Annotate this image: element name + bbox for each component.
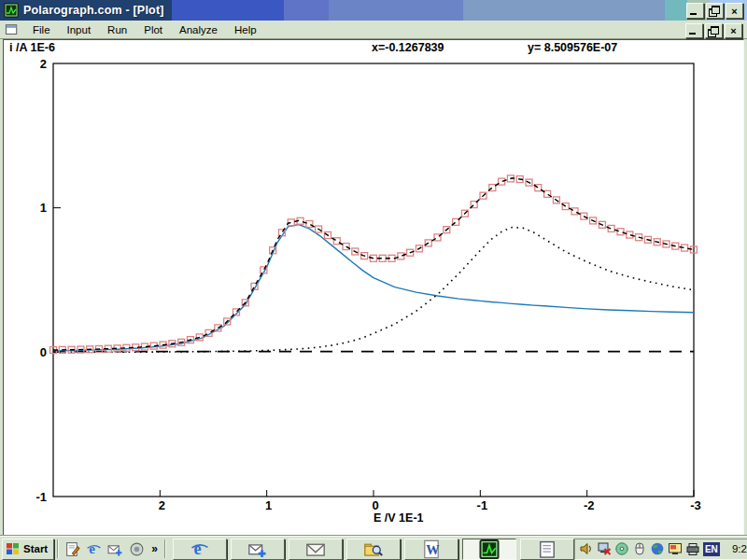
minimize-button[interactable] — [686, 3, 704, 19]
cursor-y-readout: y= 8.509576E-07 — [528, 41, 617, 54]
desktop: Polarograph.com - [Plot] × FileInputRunP… — [0, 0, 747, 560]
tray-volume-icon[interactable] — [579, 541, 594, 556]
data-point-marker — [343, 244, 349, 250]
task-button-2[interactable]: re,... — [289, 539, 343, 560]
tray-network-error-icon[interactable] — [597, 541, 612, 556]
search-folder-icon — [350, 539, 397, 559]
app-icon — [4, 3, 19, 18]
task-button-3[interactable]: C:\... — [346, 539, 401, 560]
tray-cd-icon[interactable] — [614, 541, 629, 556]
quick-launch-bar: e — [62, 541, 148, 557]
data-point-marker — [617, 229, 624, 235]
outlook-express-icon — [107, 541, 123, 557]
svg-text:e: e — [89, 541, 95, 556]
display-icon — [668, 541, 683, 556]
internet-explorer-icon: e — [86, 541, 102, 557]
data-point-marker — [306, 220, 313, 227]
plot-frame — [53, 63, 694, 497]
menu-item-input[interactable]: Input — [59, 22, 100, 37]
polarograph-icon — [466, 539, 513, 559]
windows-flag-icon — [6, 541, 21, 556]
internet-explorer-icon: e — [176, 539, 223, 559]
x-tick-label: -2 — [584, 498, 595, 512]
task-button-label: C:\... — [226, 543, 227, 554]
menu-item-run[interactable]: Run — [99, 22, 135, 37]
menu-bar: FileInputRunPlotAnalyzeHelp × — [0, 21, 747, 39]
task-button-label: C:\... — [400, 543, 401, 554]
child-restore-button[interactable] — [705, 23, 723, 38]
quick-launch-outlook-express-icon[interactable] — [107, 541, 123, 557]
x-tick-label: 2 — [159, 498, 165, 512]
document-pen-icon — [64, 541, 80, 557]
outlook-express-icon — [234, 539, 281, 559]
x-tick-label: -3 — [690, 498, 701, 512]
task-buttons: eC:\...pol...re,...C:\...Wsp...Pol...Me.… — [173, 539, 574, 560]
start-button[interactable]: Start — [2, 539, 54, 560]
taskbar-clock[interactable]: 9:28 AM — [723, 543, 747, 554]
y-tick-label: -1 — [35, 490, 47, 504]
mouse-icon — [632, 541, 647, 556]
round-app-icon — [129, 541, 145, 557]
task-button-0[interactable]: eC:\... — [173, 539, 227, 560]
quick-launch-round-app-icon[interactable] — [129, 541, 145, 557]
task-button-label: pol... — [284, 543, 285, 554]
y-tick-label: 1 — [40, 201, 47, 215]
tray-printer-icon[interactable] — [685, 541, 700, 556]
tray-mouse-icon[interactable] — [632, 541, 647, 556]
menu-items: FileInputRunPlotAnalyzeHelp — [24, 22, 265, 37]
system-tray: EN 9:28 AM — [574, 539, 747, 560]
task-button-4[interactable]: Wsp... — [404, 539, 458, 560]
data-point-marker — [571, 208, 578, 215]
task-button-1[interactable]: pol... — [231, 539, 285, 560]
start-label: Start — [23, 543, 48, 554]
series-component-1 — [53, 225, 694, 351]
task-button-6[interactable]: Me... — [520, 539, 574, 560]
envelope-icon — [292, 539, 339, 559]
task-button-label: sp... — [458, 543, 458, 554]
tray-globe-icon[interactable] — [650, 541, 665, 556]
x-tick-label: -1 — [477, 498, 488, 512]
data-point-marker — [608, 225, 614, 231]
tray-display-icon[interactable] — [668, 541, 683, 556]
taskbar: Start e » eC:\...pol...re,...C:\...Wsp..… — [0, 536, 747, 560]
svg-text:e: e — [193, 539, 201, 558]
y-tick-label: 0 — [40, 345, 47, 359]
series-component-2 — [53, 228, 694, 353]
svg-text:W: W — [426, 541, 440, 556]
task-button-label: Pol... — [515, 543, 516, 554]
menu-item-plot[interactable]: Plot — [135, 22, 171, 37]
child-close-button[interactable]: × — [725, 23, 742, 38]
quick-launch-internet-explorer-icon[interactable]: e — [86, 541, 102, 557]
cursor-x-readout: x=-0.1267839 — [372, 41, 444, 54]
printer-icon — [685, 541, 700, 556]
menu-item-help[interactable]: Help — [226, 22, 265, 37]
plot-canvas[interactable]: 210-1-2-3210-1 — [0, 37, 747, 536]
tray-icons — [579, 541, 700, 556]
child-minimize-button[interactable] — [685, 23, 703, 38]
close-button[interactable]: × — [726, 3, 743, 19]
notes-icon — [524, 539, 571, 559]
windows-flag-icon — [6, 541, 21, 556]
quick-launch-overflow-chevron[interactable]: » — [148, 542, 162, 555]
series-fit-total — [53, 178, 694, 350]
restore-button[interactable] — [706, 3, 724, 19]
title-bar[interactable]: Polarograph.com - [Plot] × — [0, 0, 747, 21]
window-title: Polarograph.com - [Plot] — [23, 4, 164, 17]
task-button-label: re,... — [342, 543, 343, 554]
language-indicator[interactable]: EN — [703, 542, 720, 556]
menu-item-file[interactable]: File — [24, 22, 59, 37]
data-point-marker — [398, 253, 404, 259]
volume-icon — [579, 541, 594, 556]
app-icon — [4, 3, 19, 18]
task-button-5[interactable]: Pol... — [462, 539, 516, 560]
quick-launch-document-pen-icon[interactable] — [64, 541, 80, 557]
taskbar-divider[interactable] — [164, 539, 166, 558]
network-error-icon — [597, 541, 612, 556]
data-point-marker — [333, 238, 340, 245]
taskbar-divider[interactable] — [57, 539, 59, 558]
mdi-child-window-icon[interactable] — [5, 23, 19, 36]
cd-icon — [614, 541, 629, 556]
child-window-controls: × — [684, 23, 742, 38]
menu-item-analyze[interactable]: Analyze — [171, 22, 226, 37]
x-axis-label: E /V 1E-1 — [374, 511, 424, 525]
